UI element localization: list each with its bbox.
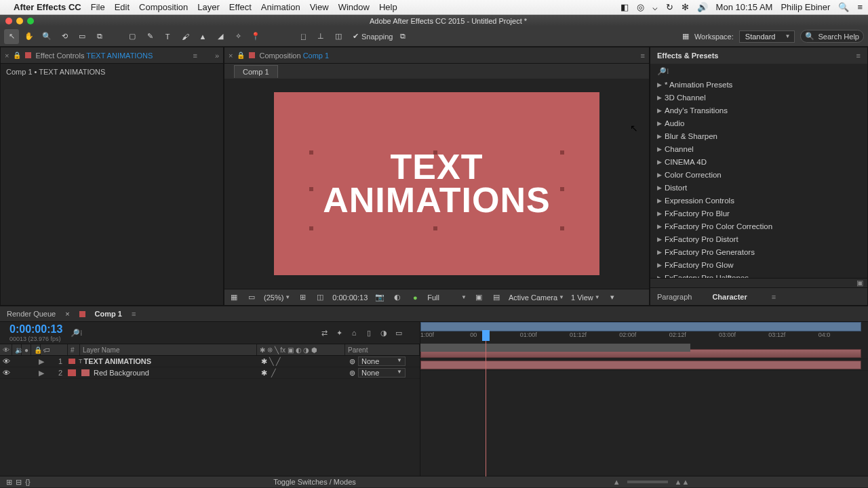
align-icon[interactable]: ⎕ <box>296 29 311 44</box>
effect-controls-title[interactable]: Effect Controls <box>35 52 84 60</box>
menu-file[interactable]: File <box>91 2 105 12</box>
col-layer-name[interactable]: Layer Name <box>80 344 257 355</box>
composition-viewer[interactable]: TEXT ANIMATIONS ↖ <box>224 79 649 289</box>
volume-icon[interactable]: 🔊 <box>697 2 708 12</box>
views-dropdown[interactable]: 1 View▼ <box>571 293 600 302</box>
col-parent[interactable]: Parent <box>345 344 420 355</box>
col-audio[interactable]: 🔉 <box>12 344 22 355</box>
panel-options-icon[interactable]: ≡ <box>193 52 197 60</box>
transform-handle[interactable] <box>433 226 437 230</box>
clone-tool[interactable]: ▲ <box>195 29 210 44</box>
anchor-icon[interactable]: ⊥ <box>313 29 328 44</box>
close-icon[interactable]: × <box>65 310 69 318</box>
eraser-tool[interactable]: ◢ <box>213 29 228 44</box>
traffic-lights[interactable] <box>5 18 34 24</box>
effects-presets-list[interactable]: ▶* Animation Presets ▶3D Channel ▶Andy's… <box>650 79 867 278</box>
paragraph-tab[interactable]: Paragraph <box>657 293 692 301</box>
expand-icon[interactable]: ⊞ <box>4 477 14 487</box>
snap-opt-icon[interactable]: ⧉ <box>400 32 406 41</box>
layer-swatch[interactable] <box>68 358 76 365</box>
app-name[interactable]: After Effects CC <box>14 2 81 12</box>
transform-handle[interactable] <box>560 187 564 191</box>
settings-icon[interactable]: ✻ <box>682 2 689 12</box>
transfer-icon[interactable]: ⊟ <box>14 477 23 487</box>
ep-item[interactable]: ▶Color Correction <box>650 169 867 182</box>
zoom-out-icon[interactable]: ▲ <box>613 478 620 486</box>
ep-item[interactable]: ▶FxFactory Pro Distort <box>650 233 867 246</box>
ep-item[interactable]: ▶Audio <box>650 117 867 130</box>
minimize-window-button[interactable] <box>16 18 23 24</box>
render-queue-tab[interactable]: Render Queue <box>7 310 56 318</box>
close-comp-tab-icon[interactable]: × <box>229 52 233 60</box>
effects-presets-search[interactable]: 🔎⁞ <box>650 64 867 79</box>
close-tab-icon[interactable]: × <box>5 52 9 60</box>
time-ruler[interactable]: 1:00f0001:00f01:12f02:00f02:12f03:00f03:… <box>420 322 868 344</box>
menu-effect[interactable]: Effect <box>229 2 252 12</box>
current-time-indicator[interactable] <box>486 341 486 476</box>
comp-lock-icon[interactable]: 🔒 <box>237 52 245 59</box>
close-window-button[interactable] <box>5 18 12 24</box>
view-options-icon[interactable]: ▣ <box>473 292 484 303</box>
transform-handle[interactable] <box>309 150 313 155</box>
transform-handle[interactable] <box>309 187 313 191</box>
zoom-tool[interactable]: 🔍 <box>39 29 54 44</box>
menu-animation[interactable]: Animation <box>261 2 300 12</box>
toggle-switches-button[interactable]: Toggle Switches / Modes <box>195 478 434 486</box>
col-lock[interactable]: 🔒 <box>31 344 41 355</box>
composition-tab[interactable]: Comp 1 <box>234 65 278 78</box>
graph-editor-icon[interactable]: ▭ <box>394 328 403 338</box>
pickwhip-icon[interactable]: ⊚ <box>349 357 355 366</box>
col-color[interactable]: 🏷 <box>41 344 68 355</box>
camera-tool[interactable]: ▭ <box>75 29 90 44</box>
resolution-icon[interactable]: ⊞ <box>297 292 308 303</box>
text-layer-display[interactable]: TEXT ANIMATIONS <box>323 150 550 218</box>
pickwhip-icon[interactable]: ⊚ <box>349 369 355 378</box>
composition-name[interactable]: Comp 1 <box>303 52 330 60</box>
composition-panel-title[interactable]: Composition <box>259 52 300 60</box>
ep-item[interactable]: ▶FxFactory Pro Halftones <box>650 272 867 278</box>
pan-behind-tool[interactable]: ⧉ <box>92 29 107 44</box>
zoom-dropdown[interactable]: (25%)▼ <box>264 293 290 302</box>
spotlight-icon[interactable]: 🔍 <box>838 2 849 12</box>
roi-icon[interactable]: ◫ <box>315 292 326 303</box>
motion-blur-icon[interactable]: ◑ <box>379 328 389 338</box>
ep-item[interactable]: ▶FxFactory Pro Generators <box>650 246 867 259</box>
menu-composition[interactable]: Composition <box>139 2 188 12</box>
menu-list-icon[interactable]: ≡ <box>857 2 863 12</box>
effect-controls-layer[interactable]: TEXT ANIMATIONS <box>86 52 153 60</box>
zoom-slider[interactable] <box>627 481 668 483</box>
new-bin-icon[interactable]: ▣ <box>856 279 863 287</box>
rectangle-tool[interactable]: ▢ <box>125 29 140 44</box>
visibility-toggle[interactable]: 👁 <box>0 369 12 377</box>
workspace-dropdown[interactable]: Standard ▼ <box>739 30 795 43</box>
ep-item[interactable]: ▶Blur & Sharpen <box>650 130 867 143</box>
col-number[interactable]: # <box>68 344 80 355</box>
comp-options-icon[interactable]: ≡ <box>641 52 645 60</box>
twirl-icon[interactable]: ▶ <box>37 357 46 366</box>
transform-handle[interactable] <box>560 150 564 155</box>
ep-item[interactable]: ▶FxFactory Pro Color Correction <box>650 220 867 233</box>
composition-canvas[interactable]: TEXT ANIMATIONS <box>274 92 599 275</box>
selection-tool[interactable]: ↖ <box>4 29 19 44</box>
parent-dropdown[interactable]: None▼ <box>358 357 406 366</box>
layer-bar[interactable] <box>420 361 861 369</box>
switch-icon[interactable]: ✱ <box>261 357 267 366</box>
ep-item[interactable]: ▶Distort <box>650 182 867 195</box>
layer-name[interactable]: Red Background <box>92 369 257 377</box>
menu-view[interactable]: View <box>310 2 329 12</box>
twirl-icon[interactable]: ▶ <box>37 369 46 378</box>
rotate-tool[interactable]: ⟲ <box>57 29 72 44</box>
more-options-icon[interactable]: ▾ <box>607 292 618 303</box>
resolution-dropdown[interactable]: Full▼ <box>427 293 467 302</box>
type-tool[interactable]: T <box>160 29 175 44</box>
sync-settings-icon[interactable]: ▦ <box>682 32 689 41</box>
playhead[interactable] <box>482 330 490 341</box>
layer-row[interactable]: 👁 ▶ 2 Red Background ✱ ╱ ⊚ None▼ <box>0 367 420 379</box>
effects-presets-header[interactable]: Effects & Presets ≡ <box>650 47 867 64</box>
color-icon[interactable]: ● <box>410 292 420 303</box>
menu-window[interactable]: Window <box>338 2 370 12</box>
timeline-comp-tab[interactable]: Comp 1 <box>95 310 122 318</box>
menu-layer[interactable]: Layer <box>197 2 220 12</box>
ep-item[interactable]: ▶FxFactory Pro Glow <box>650 259 867 272</box>
tab-options-icon[interactable]: ≡ <box>132 310 136 318</box>
